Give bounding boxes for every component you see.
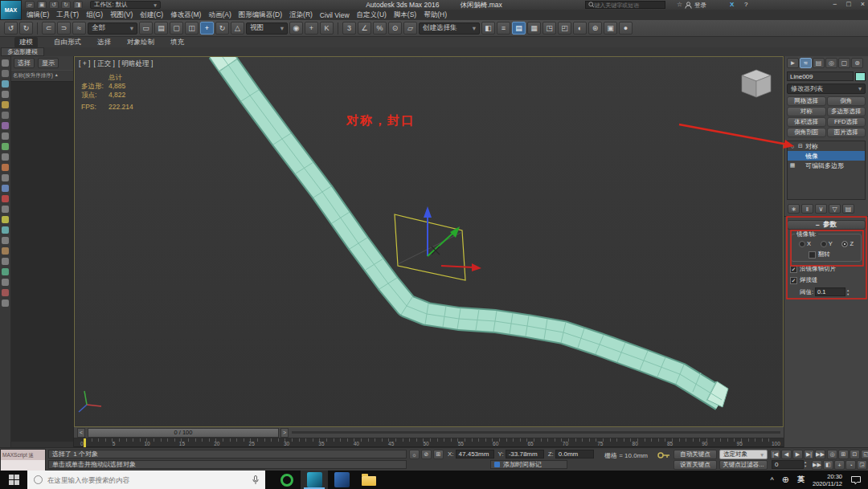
schematic-view-icon[interactable]: ◰ [558, 22, 571, 35]
help-search-box[interactable] [585, 1, 665, 9]
time-slider-track[interactable] [292, 431, 780, 434]
redo-icon[interactable]: ↻ [61, 1, 71, 9]
viewcube[interactable] [742, 70, 771, 97]
selection-lock-toggle-icon[interactable]: ⊘ [421, 450, 432, 459]
menu-item[interactable]: 脚本(S) [394, 10, 416, 20]
ime-indicator[interactable]: 英 [797, 475, 805, 485]
reference-coordinate-dropdown[interactable]: 视图 [246, 22, 288, 35]
tool-icon[interactable] [2, 122, 9, 129]
show-end-result-icon[interactable]: ‖ [801, 204, 813, 214]
scene-explorer-menu[interactable]: 选择 [14, 58, 35, 68]
tool-icon[interactable] [2, 143, 9, 150]
flip-checkbox-row[interactable]: 翻转 [809, 251, 858, 259]
tool-icon[interactable] [2, 258, 9, 265]
tray-expand-button[interactable]: ^ [771, 476, 774, 484]
sign-in-button[interactable]: 登录 [694, 2, 706, 10]
tool-icon[interactable] [2, 153, 9, 161]
create-tab[interactable]: ► [787, 58, 799, 68]
isolate-selection-toggle-icon[interactable]: ☼ [409, 450, 420, 459]
microphone-icon[interactable] [252, 475, 259, 485]
set-key-button[interactable]: 设置关键点 [674, 460, 717, 470]
modifier-stack-item[interactable]: ○⊟对称 [788, 141, 865, 151]
menu-item[interactable]: 动画(A) [208, 10, 231, 20]
radio-icon[interactable] [821, 241, 827, 247]
mirror-axis-radio[interactable]: Z [841, 240, 854, 247]
menu-item[interactable]: 工具(T) [56, 10, 79, 20]
bind-to-space-warp-icon[interactable]: ≈ [72, 22, 86, 35]
tool-icon[interactable] [2, 279, 9, 286]
angle-snap-icon[interactable]: ∠ [358, 22, 371, 35]
object-name-field[interactable]: Line009 [787, 71, 854, 81]
coordinate-field[interactable]: -33.78mm [506, 450, 544, 458]
previous-frame-button[interactable]: < [77, 428, 85, 438]
maximize-button[interactable]: □ [846, 0, 850, 8]
motion-tab[interactable]: ◎ [825, 58, 837, 68]
tool-icon[interactable] [2, 289, 9, 296]
select-and-move-icon[interactable]: + [200, 22, 214, 35]
3dsmax-logo-icon[interactable]: MAX [0, 0, 22, 20]
ribbon-tab[interactable]: 建模 [14, 37, 38, 48]
auto-key-button[interactable]: 自动关键点 [674, 450, 717, 459]
hierarchy-tab[interactable]: ▤ [813, 58, 825, 68]
curve-editor-icon[interactable]: ◳ [542, 22, 556, 35]
display-tab[interactable]: ▢ [838, 58, 850, 68]
remove-modifier-icon[interactable]: ▽ [829, 204, 841, 214]
tool-icon[interactable] [2, 185, 9, 192]
start-button[interactable] [0, 471, 27, 489]
key-filter-dropdown[interactable]: 选定对象 [719, 450, 768, 459]
scene-explorer-menu[interactable]: 显示 [38, 58, 59, 68]
radio-icon[interactable] [841, 241, 848, 247]
menu-item[interactable]: 自定义(U) [357, 10, 387, 20]
modifier-stack-item[interactable]: ▦可编辑多边形 [788, 161, 865, 170]
help-search-input[interactable] [594, 2, 662, 8]
zoom-all-icon[interactable]: ⊞ [838, 450, 849, 459]
play-animation-icon[interactable]: ▶ [792, 450, 803, 459]
pin-stack-icon[interactable]: ∗ [788, 204, 800, 214]
viewport[interactable]: [ + ] [ 正交 ] [ 明暗处理 ] 总计 多边形:4,885顶点:4,8… [74, 56, 784, 427]
align-icon[interactable]: ≡ [497, 22, 510, 35]
redo-icon[interactable]: ↻ [19, 22, 33, 35]
modifier-stack-item[interactable]: 镜像 [788, 151, 865, 161]
ribbon-tab[interactable]: 填充 [170, 38, 184, 47]
radio-icon[interactable] [799, 241, 805, 247]
key-filters-button[interactable]: 关键点过滤器... [719, 460, 768, 470]
save-file-icon[interactable]: ▣ [37, 1, 47, 9]
menu-item[interactable]: Civil View [320, 11, 350, 19]
workspace-dropdown[interactable]: 工作区: 默认 [90, 1, 161, 9]
modify-tab[interactable]: ≈ [800, 58, 812, 68]
menu-item[interactable]: 编辑(E) [27, 10, 49, 20]
tool-icon[interactable] [2, 237, 9, 244]
taskbar-app-blue[interactable] [328, 471, 355, 489]
slice-checkbox[interactable]: ✓ [790, 266, 797, 273]
ribbon-tab[interactable]: 对象绘制 [127, 38, 154, 47]
window-crossing-icon[interactable]: ◫ [185, 22, 199, 35]
name-column-header[interactable]: 名称(按升序排序) ▲ [11, 70, 73, 82]
tool-icon[interactable] [2, 80, 9, 88]
a360-icon[interactable]: X [730, 1, 734, 8]
menu-item[interactable]: 修改器(M) [170, 10, 201, 20]
frame-spinner[interactable]: ▴▾ [805, 460, 806, 468]
tool-icon[interactable] [2, 174, 9, 181]
expander-icon[interactable]: ⊟ [797, 143, 804, 149]
maximize-viewport-toggle-icon[interactable]: ◲ [857, 460, 867, 470]
menu-item[interactable]: 渲染(R) [289, 10, 313, 20]
add-time-tag[interactable]: 添加时间标记 [490, 460, 567, 469]
tool-icon[interactable] [2, 164, 9, 171]
coordinate-field[interactable]: 0.0mm [555, 450, 594, 458]
tool-icon[interactable] [2, 216, 9, 223]
tool-icon[interactable] [2, 247, 9, 255]
notification-icon[interactable] [850, 475, 862, 485]
select-and-scale-icon[interactable]: △ [231, 22, 244, 35]
modifier-button[interactable]: 对称 [787, 107, 826, 116]
spinner-snap-icon[interactable]: ⊙ [388, 22, 402, 35]
select-and-manipulate-icon[interactable]: + [305, 22, 318, 35]
tool-icon[interactable] [2, 101, 9, 108]
select-by-name-icon[interactable]: ▤ [154, 22, 168, 35]
transform-gizmo[interactable] [395, 206, 481, 280]
undo-icon[interactable]: ↺ [49, 1, 59, 9]
taskbar-app-3dsmax[interactable] [301, 471, 328, 489]
scene-explorer-list[interactable] [11, 82, 73, 442]
configure-modifier-sets-icon[interactable]: ▤ [842, 204, 854, 214]
previous-frame-icon[interactable]: ◀ [781, 450, 792, 459]
snaps-toggle-icon[interactable]: 3 [342, 22, 356, 35]
